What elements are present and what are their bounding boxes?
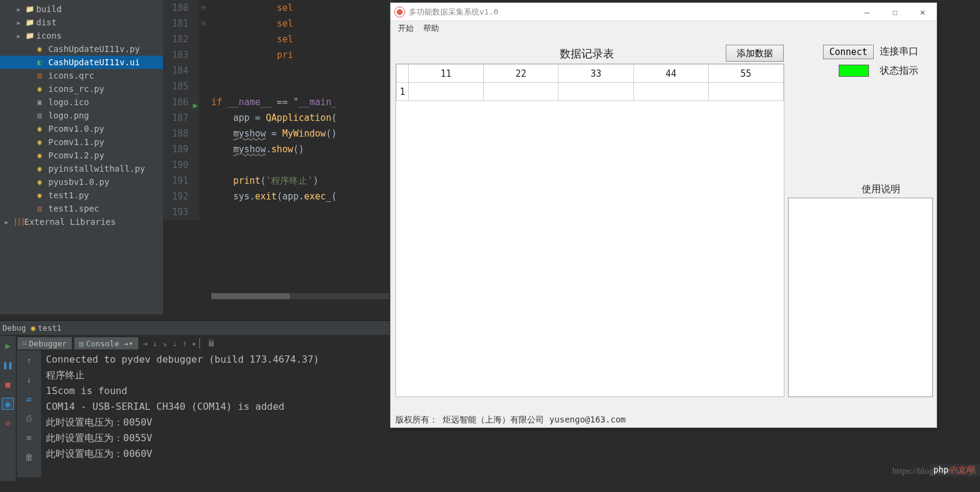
file-tree-item[interactable]: logo.png bbox=[0, 109, 163, 122]
file-name: CashUpdateUI11v.ui bbox=[48, 57, 140, 67]
table-cell[interactable] bbox=[559, 83, 633, 101]
folder-icon bbox=[25, 31, 36, 40]
code-lines: sel sel sel pri if __name__ == "__main_ … bbox=[211, 0, 337, 204]
file-tree-item[interactable]: CashUpdateUI11v.py bbox=[0, 42, 163, 56]
row-index: 1 bbox=[397, 83, 409, 101]
tab-console[interactable]: ▤Console →• bbox=[74, 337, 139, 350]
menu-help[interactable]: 帮助 bbox=[418, 22, 444, 35]
watermark-brand: php中文网 bbox=[930, 464, 980, 476]
file-name: Pcomv1.0.py bbox=[48, 124, 104, 134]
file-tree-item[interactable]: ▶build bbox=[0, 2, 163, 16]
instructions-textbox[interactable] bbox=[788, 198, 933, 397]
file-name: CashUpdateUI11v.py bbox=[48, 44, 140, 54]
ico-icon bbox=[37, 98, 48, 106]
table-header[interactable]: 55 bbox=[708, 65, 783, 83]
py-icon bbox=[37, 191, 48, 199]
chevron-icon: ▶ bbox=[17, 33, 25, 39]
file-name: test1.py bbox=[48, 190, 89, 200]
force-step-into-button[interactable]: ⇣ bbox=[172, 338, 177, 348]
table-cell[interactable] bbox=[409, 83, 484, 101]
code-editor[interactable]: 180181182183184185▶186187188189190191192… bbox=[163, 0, 392, 299]
code-gutter: 180181182183184185▶186187188189190191192… bbox=[163, 0, 199, 220]
chevron-icon: ▶ bbox=[5, 219, 13, 225]
down-button[interactable]: ↓ bbox=[23, 374, 35, 386]
table-header[interactable]: 22 bbox=[484, 65, 559, 83]
folder-icon bbox=[25, 5, 36, 13]
table-cell[interactable] bbox=[708, 83, 783, 101]
app-menubar: 开始 帮助 bbox=[391, 21, 937, 36]
table-cell[interactable] bbox=[633, 83, 708, 101]
console-output[interactable]: Connected to pydev debugger (build 173.4… bbox=[46, 352, 390, 473]
py-icon bbox=[37, 138, 48, 146]
file-tree-item[interactable]: ▶External Libraries bbox=[0, 215, 163, 228]
debug-side-toolbar: ▶ ❚❚ ■ ◉ ⊘ bbox=[0, 336, 16, 481]
console-line: 此时设置电压为：0060V bbox=[46, 446, 390, 462]
file-tree-item[interactable]: Pcomv1.0.py bbox=[0, 122, 163, 135]
window-maximize-button[interactable]: ☐ bbox=[881, 3, 909, 21]
file-name: logo.ico bbox=[48, 97, 89, 107]
spec-icon bbox=[37, 204, 48, 213]
file-tree-item[interactable]: icons.qrc bbox=[0, 69, 163, 82]
project-file-tree[interactable]: ▶build▶dist▶iconsCashUpdateUI11v.pyCashU… bbox=[0, 0, 163, 314]
wrap-button[interactable]: ⇄ bbox=[23, 393, 35, 405]
file-tree-item[interactable]: CashUpdateUI11v.ui bbox=[0, 56, 163, 69]
window-minimize-button[interactable]: — bbox=[853, 3, 881, 21]
console-line: 1Scom is found bbox=[46, 383, 390, 399]
table-cell[interactable] bbox=[484, 83, 559, 101]
console-side-toolbar: ↑ ↓ ⇄ ⎙ ≡ 🗑 bbox=[17, 351, 41, 477]
editor-horizontal-scrollbar[interactable] bbox=[211, 293, 389, 299]
file-tree-item[interactable]: Pcomv1.2.py bbox=[0, 149, 163, 162]
file-tree-item[interactable]: test1.spec bbox=[0, 202, 163, 215]
mute-breakpoints-button[interactable]: ⊘ bbox=[2, 417, 14, 429]
step-into-mycode-button[interactable]: ↘ bbox=[162, 338, 167, 348]
pause-button[interactable]: ❚❚ bbox=[2, 359, 14, 371]
chevron-icon: ▶ bbox=[17, 19, 25, 26]
app-titlebar[interactable]: 多功能数据采集系统v1.0 — ☐ ✕ bbox=[391, 3, 937, 21]
file-name: Pcomv1.2.py bbox=[48, 151, 104, 160]
file-name: icons.qrc bbox=[48, 71, 94, 80]
data-table[interactable]: 11223344551 bbox=[396, 63, 784, 397]
step-into-button[interactable]: ↓ bbox=[152, 338, 157, 348]
console-line: 此时设置电压为：0055V bbox=[46, 430, 390, 446]
add-data-button[interactable]: 添加数据 bbox=[726, 45, 784, 62]
app-icon bbox=[394, 7, 405, 18]
menu-start[interactable]: 开始 bbox=[393, 22, 418, 35]
clear-button[interactable]: ≡ bbox=[23, 432, 35, 444]
table-header[interactable]: 33 bbox=[559, 65, 633, 83]
table-header[interactable]: 11 bbox=[409, 65, 484, 83]
connect-label: 连接串口 bbox=[880, 45, 918, 58]
lib-icon bbox=[13, 218, 24, 226]
evaluate-button[interactable]: 🖩 bbox=[207, 338, 216, 348]
file-tree-item[interactable]: ▶dist bbox=[0, 16, 163, 29]
file-tree-item[interactable]: logo.ico bbox=[0, 95, 163, 109]
file-tree-item[interactable]: Pcomv1.1.py bbox=[0, 135, 163, 149]
app-window: 多功能数据采集系统v1.0 — ☐ ✕ 开始 帮助 数据记录表 添加数据 Con… bbox=[390, 2, 937, 428]
stop-button[interactable]: ■ bbox=[2, 378, 14, 390]
step-over-button[interactable]: ⇥ bbox=[143, 338, 147, 348]
py-icon bbox=[37, 151, 48, 160]
resume-button[interactable]: ▶ bbox=[2, 340, 14, 352]
file-tree-item[interactable]: pyusbv1.0.py bbox=[0, 175, 163, 189]
view-breakpoints-button[interactable]: ◉ bbox=[2, 398, 14, 410]
app-title: 多功能数据采集系统v1.0 bbox=[409, 7, 853, 18]
up-button[interactable]: ↑ bbox=[23, 354, 35, 366]
trash-button[interactable]: 🗑 bbox=[23, 451, 35, 463]
step-out-button[interactable]: ↑ bbox=[182, 338, 187, 348]
fold-marks: ⊟⊟ bbox=[199, 0, 208, 31]
debugger-icon: ⌗ bbox=[22, 338, 27, 348]
file-tree-item[interactable]: icons_rc.py bbox=[0, 82, 163, 95]
tab-debugger[interactable]: ⌗Debugger bbox=[17, 337, 72, 350]
file-tree-item[interactable]: test1.py bbox=[0, 189, 163, 202]
file-name: icons bbox=[36, 31, 62, 40]
run-to-cursor-button[interactable]: ▸│ bbox=[192, 338, 202, 348]
file-name: test1.spec bbox=[48, 204, 99, 213]
window-close-button[interactable]: ✕ bbox=[909, 3, 937, 21]
file-tree-item[interactable]: pyinstallwithall.py bbox=[0, 162, 163, 175]
app-body: 数据记录表 添加数据 Connect 连接串口 状态指示 11223344551… bbox=[391, 36, 937, 413]
file-tree-item[interactable]: ▶icons bbox=[0, 29, 163, 42]
console-line: 程序终止 bbox=[46, 367, 390, 383]
scroll-lock-button[interactable]: ⎙ bbox=[23, 412, 35, 424]
table-header[interactable]: 44 bbox=[633, 65, 708, 83]
connect-button[interactable]: Connect bbox=[823, 45, 874, 59]
qrc-icon bbox=[37, 71, 48, 80]
